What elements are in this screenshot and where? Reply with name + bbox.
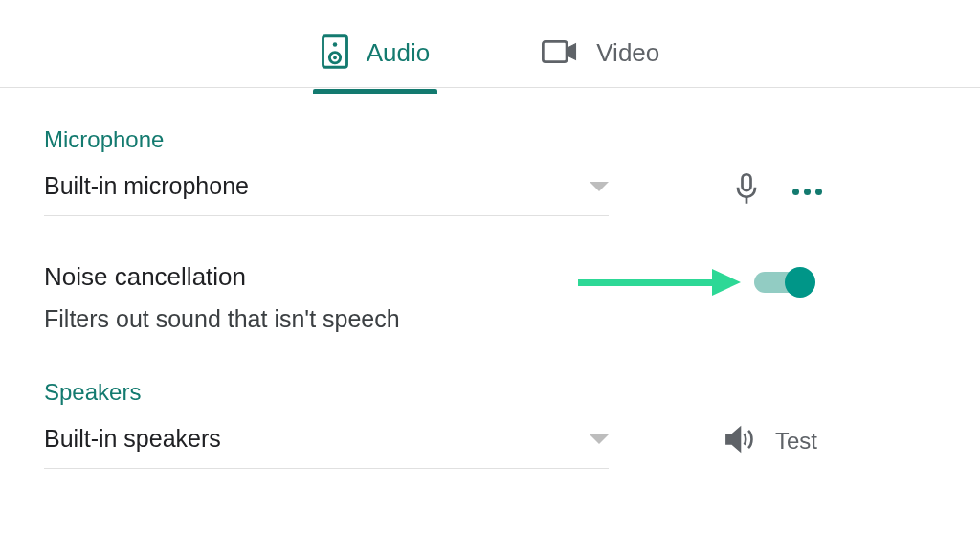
chevron-down-icon bbox=[590, 434, 609, 444]
noise-toggle[interactable] bbox=[754, 272, 812, 293]
speaker-device-icon bbox=[321, 33, 349, 74]
video-camera-icon bbox=[541, 37, 579, 70]
noise-description: Filters out sound that isn't speech bbox=[44, 305, 578, 333]
speakers-title: Speakers bbox=[44, 379, 936, 406]
microphone-icon[interactable] bbox=[733, 172, 760, 211]
speakers-selected: Built-in speakers bbox=[44, 425, 221, 453]
tab-video-label: Video bbox=[596, 38, 659, 68]
test-label: Test bbox=[775, 428, 817, 455]
microphone-selected: Built-in microphone bbox=[44, 172, 249, 200]
more-options-icon[interactable] bbox=[792, 189, 822, 195]
microphone-dropdown[interactable]: Built-in microphone bbox=[44, 172, 609, 216]
tab-audio[interactable]: Audio bbox=[313, 14, 438, 93]
svg-point-1 bbox=[332, 42, 337, 47]
speakers-dropdown[interactable]: Built-in speakers bbox=[44, 425, 609, 469]
annotation-arrow-icon bbox=[578, 273, 741, 292]
svg-point-3 bbox=[333, 56, 337, 59]
tab-audio-label: Audio bbox=[367, 38, 431, 68]
volume-icon bbox=[724, 425, 756, 457]
test-speakers-button[interactable]: Test bbox=[724, 425, 817, 457]
chevron-down-icon bbox=[590, 182, 609, 191]
section-speakers: Speakers Built-in speakers Test bbox=[44, 379, 936, 469]
tab-bar: Audio Video bbox=[0, 0, 980, 88]
settings-content: Microphone Built-in microphone bbox=[0, 88, 980, 469]
svg-rect-4 bbox=[544, 41, 568, 61]
section-noise-cancellation: Noise cancellation Filters out sound tha… bbox=[44, 262, 936, 333]
tab-video[interactable]: Video bbox=[533, 18, 667, 89]
microphone-title: Microphone bbox=[44, 126, 936, 153]
svg-rect-5 bbox=[743, 174, 751, 190]
noise-title: Noise cancellation bbox=[44, 262, 578, 292]
section-microphone: Microphone Built-in microphone bbox=[44, 126, 936, 216]
